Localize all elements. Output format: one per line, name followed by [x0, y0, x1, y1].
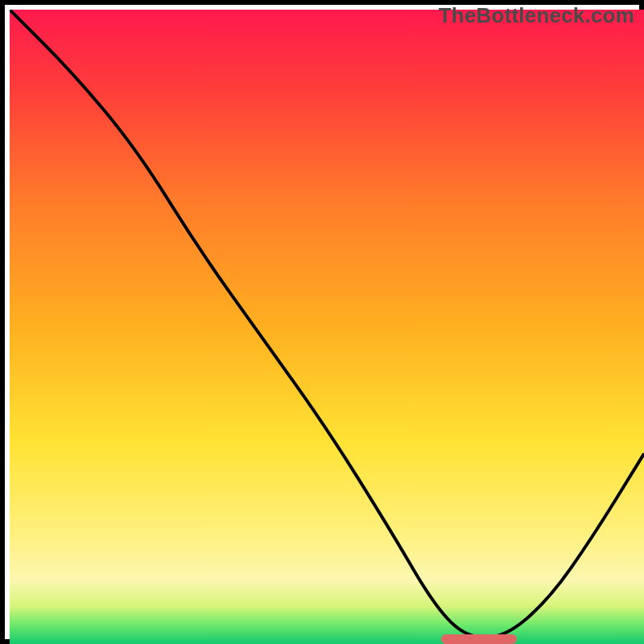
plot-area — [10, 10, 644, 644]
bottleneck-curve — [10, 10, 644, 644]
optimal-range-marker — [441, 634, 518, 644]
chart-frame: TheBottleneck.com — [0, 0, 644, 644]
curve-line — [10, 10, 644, 638]
watermark-text: TheBottleneck.com — [439, 3, 634, 28]
